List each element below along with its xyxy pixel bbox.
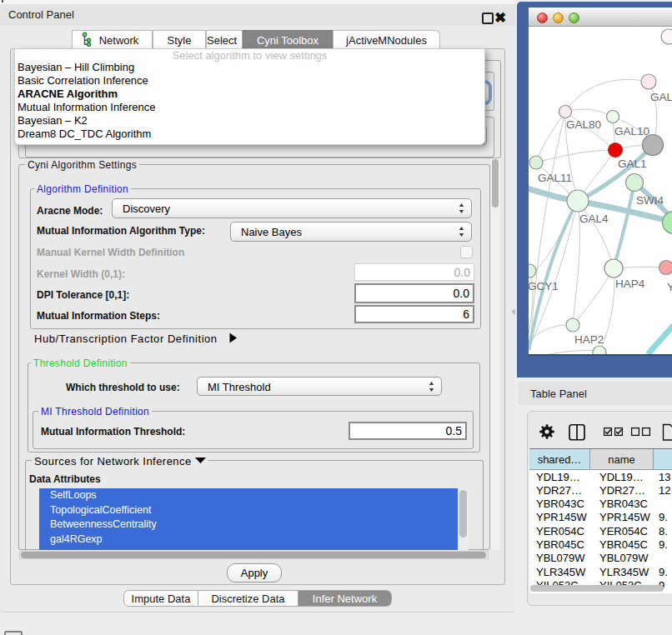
svg-text:GAL80: GAL80 <box>566 118 601 131</box>
svg-text:GAL1: GAL1 <box>618 158 647 170</box>
svg-text:Y: Y <box>667 281 672 293</box>
svg-text:HAP2: HAP2 <box>574 333 604 346</box>
svg-text:GCY1: GCY1 <box>529 280 559 292</box>
svg-text:SWI4: SWI4 <box>636 194 664 207</box>
svg-text:GAL10: GAL10 <box>614 125 649 138</box>
svg-text:HAP4: HAP4 <box>615 278 645 290</box>
svg-text:GAL7: GAL7 <box>650 91 672 103</box>
svg-text:GAL11: GAL11 <box>538 172 572 184</box>
svg-text:GAL4: GAL4 <box>579 212 609 225</box>
